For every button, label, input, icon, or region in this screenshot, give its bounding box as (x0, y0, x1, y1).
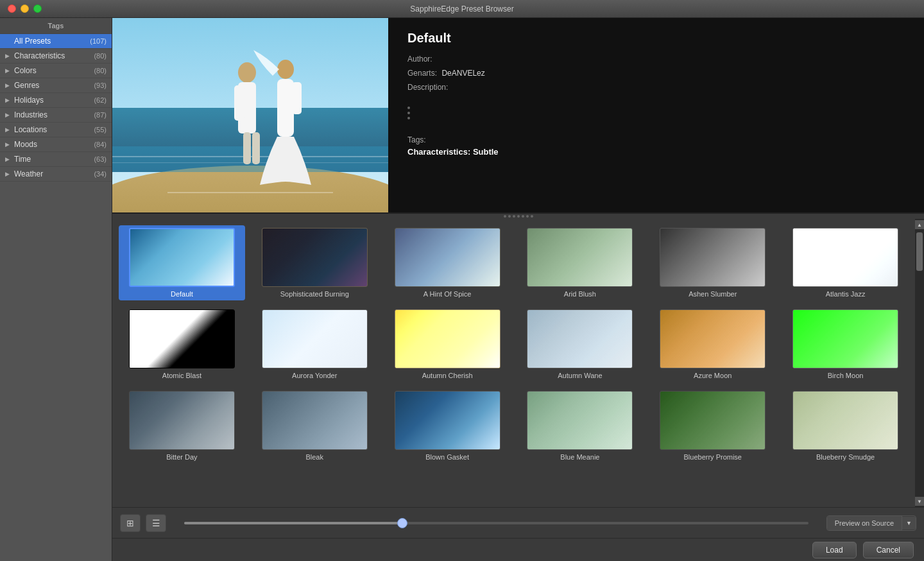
preset-item[interactable]: Blue Meanie (517, 388, 643, 463)
sidebar-item-count: (34) (94, 170, 107, 178)
sidebar-arrow-icon: ▶ (5, 97, 12, 103)
size-slider-track (184, 522, 809, 524)
scroll-thumb-area (915, 229, 924, 497)
preset-thumbnail (262, 309, 368, 368)
presets-area[interactable]: DefaultSophisticated BurningA Hint Of Sp… (112, 219, 915, 507)
sidebar-item-label: Colors (14, 66, 91, 75)
dot2 (407, 112, 410, 114)
preview-image-container (112, 18, 388, 212)
size-slider-thumb[interactable] (397, 518, 407, 528)
author-row: Author: (407, 55, 905, 64)
minimize-button[interactable] (21, 4, 29, 13)
preset-label: Sophisticated Burning (280, 290, 349, 298)
window-controls[interactable] (8, 4, 42, 13)
sidebar-item-count: (80) (94, 67, 107, 74)
preset-thumbnail (527, 391, 633, 450)
sidebar-item-count: (63) (94, 155, 107, 163)
sidebar-item-time[interactable]: ▶Time(63) (0, 152, 112, 167)
preview-image (112, 18, 388, 212)
preset-item[interactable]: Atlantis Jazz (782, 225, 909, 300)
preview-info: Default Author: Genarts: DeANVELez Descr… (388, 18, 924, 212)
preset-thumbnail (129, 228, 235, 287)
description-row: Description: (407, 83, 905, 92)
dot3 (407, 117, 410, 119)
preset-item[interactable]: Azure Moon (649, 307, 776, 382)
maximize-button[interactable] (33, 4, 42, 13)
sidebar-arrow-icon: ▶ (5, 156, 12, 162)
scroll-down-arrow[interactable]: ▼ (915, 497, 924, 506)
grid-view-icon: ⊞ (126, 518, 134, 528)
scroll-up-arrow[interactable]: ▲ (915, 220, 924, 229)
presets-grid: DefaultSophisticated BurningA Hint Of Sp… (119, 225, 909, 463)
sidebar-item-label: Locations (14, 125, 91, 134)
grid-view-button[interactable]: ⊞ (120, 514, 141, 532)
close-button[interactable] (8, 4, 16, 13)
preset-label: Atomic Blast (162, 372, 201, 379)
preset-thumbnail (129, 391, 235, 450)
genarts-value: DeANVELez (441, 69, 484, 78)
sidebar-item-label: Characteristics (14, 51, 91, 60)
sidebar-item-label: Time (14, 155, 91, 164)
sidebar-item-holidays[interactable]: ▶Holidays(62) (0, 93, 112, 108)
preview-source-button[interactable]: Preview on Source ▼ (826, 515, 916, 531)
resize-dot (531, 215, 533, 218)
preset-item[interactable]: Bitter Day (119, 388, 245, 463)
preset-thumbnail (395, 228, 501, 287)
cancel-button[interactable]: Cancel (863, 542, 914, 558)
preset-item[interactable]: Autumn Wane (517, 307, 643, 382)
preset-item[interactable]: Blown Gasket (384, 388, 511, 463)
sidebar-item-label: All Presets (14, 37, 87, 46)
preset-label: Ashen Slumber (689, 290, 737, 298)
sidebar-arrow-icon: ▶ (5, 126, 12, 133)
sidebar-item-count: (80) (94, 52, 107, 60)
preset-item[interactable]: Blueberry Smudge (782, 388, 909, 463)
preset-item[interactable]: A Hint Of Spice (384, 225, 511, 300)
preset-item[interactable]: Birch Moon (782, 307, 909, 382)
preset-label: Autumn Cherish (422, 372, 473, 379)
preset-thumbnail (792, 309, 898, 368)
preset-thumbnail (395, 309, 501, 368)
preset-item[interactable]: Blueberry Promise (649, 388, 776, 463)
preset-item[interactable]: Atomic Blast (119, 307, 245, 382)
sidebar-item-label: Moods (14, 140, 91, 149)
scrollbar-track[interactable]: ▲ ▼ (915, 219, 924, 507)
tags-label: Tags: (407, 135, 905, 144)
preset-item[interactable]: Autumn Cherish (384, 307, 511, 382)
list-view-button[interactable]: ☰ (146, 514, 166, 532)
preset-thumbnail (262, 391, 368, 450)
sidebar-arrow-icon: ▶ (5, 53, 12, 59)
preset-item[interactable]: Arid Blush (517, 225, 643, 300)
preset-item[interactable]: Bleak (252, 388, 378, 463)
preset-item[interactable]: Sophisticated Burning (252, 225, 378, 300)
sidebar-item-characteristics[interactable]: ▶Characteristics(80) (0, 49, 112, 64)
sidebar-item-weather[interactable]: ▶Weather(34) (0, 167, 112, 182)
preset-thumbnail (660, 228, 766, 287)
action-bar: Load Cancel (112, 538, 924, 561)
sidebar-item-all-presets[interactable]: All Presets(107) (0, 34, 112, 49)
preset-item[interactable]: Default (119, 225, 245, 300)
resize-dot (517, 215, 520, 218)
resize-handle[interactable] (112, 214, 924, 219)
tags-value: Characteristics: Subtle (407, 147, 905, 157)
preview-source-dropdown-arrow[interactable]: ▼ (902, 517, 916, 530)
preset-thumbnail (660, 391, 766, 450)
preset-label: Arid Blush (564, 290, 596, 298)
sidebar-item-industries[interactable]: ▶Industries(87) (0, 108, 112, 123)
tags-section: Tags: Characteristics: Subtle (407, 135, 905, 157)
preset-thumbnail (395, 391, 501, 450)
preset-thumbnail (792, 391, 898, 450)
sidebar-item-colors[interactable]: ▶Colors(80) (0, 64, 112, 78)
scroll-thumb[interactable] (916, 232, 923, 271)
sidebar-item-count: (93) (94, 82, 107, 89)
svg-rect-9 (243, 132, 251, 164)
preset-item[interactable]: Ashen Slumber (649, 225, 776, 300)
svg-point-6 (238, 62, 256, 83)
load-button[interactable]: Load (812, 542, 857, 558)
svg-point-11 (277, 60, 294, 79)
preset-label: Aurora Yonder (292, 372, 337, 379)
preset-thumbnail (527, 228, 633, 287)
sidebar-item-genres[interactable]: ▶Genres(93) (0, 78, 112, 93)
preset-item[interactable]: Aurora Yonder (252, 307, 378, 382)
sidebar-item-moods[interactable]: ▶Moods(84) (0, 137, 112, 152)
sidebar-item-locations[interactable]: ▶Locations(55) (0, 123, 112, 137)
